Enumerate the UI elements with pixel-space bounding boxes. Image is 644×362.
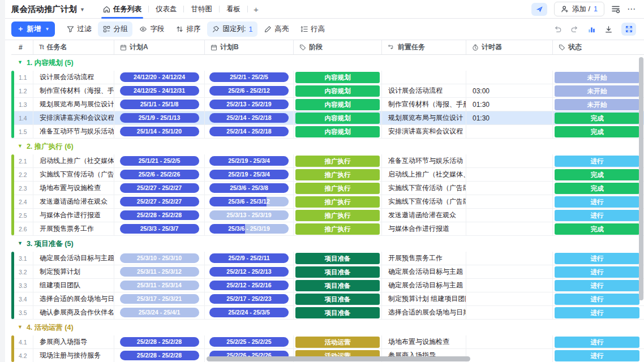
column-header-index[interactable]: # — [11, 40, 33, 54]
plan-b-cell[interactable]: 25/3/6 - 25/3/12 — [205, 195, 294, 208]
table-row[interactable]: 1.5 准备互动环节与娱乐活动 25/1/14 - 25/1/20 25/2/1… — [11, 125, 644, 139]
plan-b-cell[interactable]: 25/2/13 - 25/2/19 — [205, 98, 294, 111]
plan-b-cell[interactable]: 25/2/14 - 25/2/18 — [205, 111, 294, 124]
predecessor-cell[interactable]: 确定展会活动目标与主题 — [382, 279, 466, 292]
stage-badge[interactable]: 推广执行 — [295, 223, 380, 235]
date-range-pill[interactable]: 25/2/24 - 25/3/5 — [209, 308, 289, 317]
date-range-pill[interactable]: 25/2/12 - 25/2/13 — [209, 267, 289, 277]
status-badge[interactable]: 未开始 — [555, 99, 639, 110]
stage-badge[interactable]: 活动运营 — [295, 337, 380, 348]
column-header-plan-b[interactable]: 计划B — [205, 40, 294, 54]
plan-a-cell[interactable]: 25/3/3 - 25/3/7 — [114, 222, 205, 235]
stage-badge[interactable]: 推广执行 — [295, 156, 380, 167]
group-header[interactable]: ▼ 1. 内容规划 (5) — [11, 55, 644, 71]
status-cell[interactable]: 完成 — [553, 182, 641, 195]
plan-b-cell[interactable]: 25/2/25 - 25/2/25 — [205, 335, 294, 348]
timer-cell[interactable] — [466, 222, 553, 235]
column-header-predecessor[interactable]: 前置任务 — [382, 40, 466, 54]
highlight-button[interactable]: 高亮 — [259, 21, 294, 37]
task-name-cell[interactable]: 发送邀请函给潜在观众 — [33, 195, 114, 208]
predecessor-cell[interactable]: 开展预售票务工作 — [382, 252, 466, 265]
table-row[interactable]: 3.1 确定展会活动目标与主题 25/3/10 - 25/3/10 25/2/9… — [11, 252, 644, 265]
status-cell[interactable]: 进行 — [553, 306, 641, 319]
date-range-pill[interactable]: 25/2/28 - 25/2/28 — [120, 337, 199, 347]
task-name-cell[interactable]: 制作宣传材料（海报、手... — [33, 84, 114, 97]
date-range-pill[interactable]: 25/2/12 - 25/2/16 — [209, 281, 289, 290]
stage-badge[interactable]: 推广执行 — [295, 183, 380, 194]
stage-badge[interactable]: 内容规划 — [295, 85, 380, 97]
stage-badge[interactable]: 推广执行 — [295, 210, 380, 221]
plan-b-cell[interactable]: 25/2/19 - 25/3/4 — [205, 154, 294, 167]
timer-cell[interactable] — [466, 154, 553, 167]
add-member-button[interactable]: 添加 / 1 — [554, 2, 604, 16]
plan-b-cell[interactable]: 25/2/12 - 25/2/13 — [205, 265, 294, 278]
status-cell[interactable]: 进行 — [553, 349, 641, 362]
task-name-cell[interactable]: 确认参展商及合作伙伴名单 — [33, 306, 114, 319]
date-range-pill[interactable]: 25/2/14 - 25/2/18 — [209, 113, 289, 123]
plan-a-cell[interactable]: 25/1/9 - 25/1/13 — [114, 111, 205, 124]
stage-cell[interactable]: 内容规划 — [294, 71, 382, 84]
plan-b-cell[interactable]: 25/3/6 - 25/3/8 — [205, 182, 294, 195]
timer-cell[interactable]: 01:30 — [466, 98, 553, 111]
stage-cell[interactable]: 推广执行 — [294, 168, 382, 181]
new-record-button[interactable]: ＋ 新增 ▼ — [11, 21, 55, 37]
column-header-timer[interactable]: 计时器 — [466, 40, 553, 54]
stage-cell[interactable]: 项目准备 — [294, 292, 382, 305]
plan-b-cell[interactable]: 25/2/1 - 25/2/5 — [205, 71, 294, 84]
plan-b-cell[interactable]: 25/2/6 - 25/2/12 — [205, 84, 294, 97]
timer-cell[interactable]: 03:00 — [466, 84, 553, 97]
status-cell[interactable]: 未开始 — [553, 84, 641, 97]
plan-a-cell[interactable]: 25/2/6 - 25/2/26 — [114, 168, 205, 181]
timer-cell[interactable] — [466, 125, 553, 138]
status-badge[interactable]: 完成 — [555, 183, 639, 194]
date-range-pill[interactable]: 25/2/14 - 25/2/18 — [209, 127, 289, 136]
table-row[interactable]: 3.4 选择合适的展会场地与日期 25/3/17 - 25/3/21 25/2/… — [11, 292, 644, 306]
task-name-cell[interactable]: 开展预售票务工作 — [33, 222, 114, 235]
predecessor-cell[interactable]: 确定展会活动目标与主题 — [382, 265, 466, 278]
date-range-pill[interactable]: 25/3/6 - 25/3/19 — [209, 224, 289, 234]
stage-badge[interactable]: 推广执行 — [295, 169, 380, 180]
plan-a-cell[interactable]: 25/2/28 - 25/2/28 — [114, 209, 205, 222]
plan-a-cell[interactable]: 25/3/11 - 25/3/12 — [114, 265, 205, 278]
task-name-cell[interactable]: 制定预算计划 — [33, 265, 114, 278]
date-range-pill[interactable]: 25/2/28 - 25/2/28 — [120, 351, 199, 360]
table-row[interactable]: 2.4 发送邀请函给潜在观众 25/2/27 - 25/2/27 25/3/6 … — [11, 195, 644, 209]
plan-a-cell[interactable]: 25/1/21 - 25/2/5 — [114, 154, 205, 167]
status-badge[interactable]: 完成 — [555, 169, 639, 180]
predecessor-cell[interactable]: 选择合适的展会场地与日期 — [382, 306, 466, 319]
predecessor-cell[interactable]: 实施线下宣传活动（广告牌、传 — [382, 182, 466, 195]
status-cell[interactable]: 完成 — [553, 111, 641, 124]
plan-a-cell[interactable]: 25/3/10 - 25/3/10 — [114, 252, 205, 265]
plan-b-cell[interactable]: 25/2/19 - 25/3/4 — [205, 168, 294, 181]
status-cell[interactable]: 完成 — [553, 125, 641, 138]
stage-cell[interactable]: 内容规划 — [294, 98, 382, 111]
group-header[interactable]: ▼ 4. 活动运营 (4) — [11, 320, 644, 335]
timer-cell[interactable] — [466, 182, 553, 195]
plan-a-cell[interactable]: 24/12/20 - 24/12/24 — [114, 71, 205, 84]
plan-b-cell[interactable]: 25/2/9 - 25/2/11 — [205, 252, 294, 265]
stage-badge[interactable]: 项目准备 — [295, 307, 380, 318]
row-height-button[interactable]: 行高 — [295, 21, 330, 37]
date-range-pill[interactable]: 25/2/17 - 25/2/23 — [209, 294, 289, 304]
stage-cell[interactable]: 内容规划 — [294, 125, 382, 138]
table-row[interactable]: 1.4 安排演讲嘉宾和会议议程 25/1/9 - 25/1/13 25/2/14… — [11, 111, 644, 125]
predecessor-cell[interactable]: 准备互动环节与娱乐活动 — [382, 154, 466, 167]
date-range-pill[interactable]: 25/3/10 - 25/3/10 — [120, 253, 199, 263]
plan-b-cell[interactable]: 25/2/17 - 25/2/23 — [205, 292, 294, 305]
group-header[interactable]: ▼ 2. 推广执行 (6) — [11, 139, 644, 154]
download-button[interactable] — [604, 25, 613, 33]
status-badge[interactable]: 进行 — [555, 156, 639, 167]
date-range-pill[interactable]: 25/1/1 - 25/1/8 — [120, 100, 199, 109]
sort-button[interactable]: 排序 — [171, 21, 205, 37]
tab-gantt[interactable]: 甘特图 — [184, 0, 219, 19]
timer-cell[interactable] — [466, 306, 553, 319]
column-header-plan-a[interactable]: 计划A — [114, 40, 205, 54]
predecessor-cell[interactable]: 规划展览布局与展位设计 — [382, 111, 466, 124]
table-row[interactable]: 1.1 设计展会活动流程 24/12/20 - 24/12/24 25/2/1 … — [11, 71, 644, 84]
status-badge[interactable]: 进行 — [555, 307, 639, 318]
column-header-task-name[interactable]: Tt 任务名 — [33, 40, 114, 54]
task-name-cell[interactable]: 实施线下宣传活动（广告... — [33, 168, 114, 181]
predecessor-cell[interactable] — [382, 71, 466, 84]
predecessor-cell[interactable]: 制定预算计划 组建项目团队 — [382, 292, 466, 305]
task-name-cell[interactable]: 选择合适的展会场地与日期 — [33, 292, 114, 305]
